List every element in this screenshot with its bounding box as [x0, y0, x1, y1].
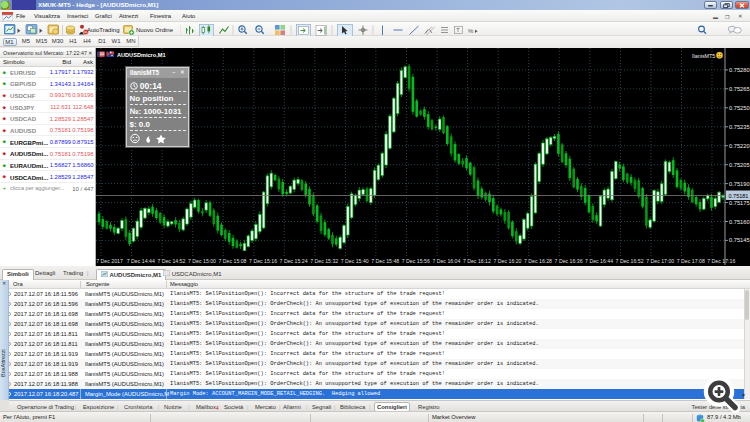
svg-text:7 Dec 15:32: 7 Dec 15:32	[310, 258, 338, 264]
svg-text:7 Dec 15:56: 7 Dec 15:56	[402, 258, 430, 264]
svg-text:0.75160: 0.75160	[729, 219, 750, 225]
svg-text:7 Dec 17:00: 7 Dec 17:00	[646, 258, 674, 264]
svg-text:7 Dec 2017: 7 Dec 2017	[96, 258, 123, 264]
svg-text:IlanisMT5: IlanisMT5	[692, 53, 715, 59]
svg-text:0.75265: 0.75265	[729, 86, 750, 92]
svg-text:AUDUSDmicro,M1: AUDUSDmicro,M1	[117, 52, 166, 58]
svg-text:0.75190: 0.75190	[729, 181, 750, 187]
svg-text:0.75175: 0.75175	[729, 200, 750, 206]
svg-text:7 Dec 15:24: 7 Dec 15:24	[280, 258, 308, 264]
svg-text:0.75181: 0.75181	[729, 193, 749, 199]
svg-text:7 Dec 16:28: 7 Dec 16:28	[524, 258, 552, 264]
svg-text:7 Dec 16:12: 7 Dec 16:12	[463, 258, 491, 264]
svg-text:7 Dec 15:08: 7 Dec 15:08	[219, 258, 247, 264]
svg-text:T: T	[456, 27, 460, 33]
svg-text:7 Dec 15:00: 7 Dec 15:00	[188, 258, 216, 264]
svg-text:7 Dec 15:48: 7 Dec 15:48	[371, 258, 399, 264]
svg-text:0.75250: 0.75250	[729, 105, 750, 111]
svg-text:7 Dec 15:40: 7 Dec 15:40	[341, 258, 369, 264]
svg-text:7 Dec 14:52: 7 Dec 14:52	[157, 258, 185, 264]
svg-text:7 Dec 16:52: 7 Dec 16:52	[616, 258, 644, 264]
svg-text:7 Dec 16:36: 7 Dec 16:36	[555, 258, 583, 264]
svg-text:7 Dec 16:44: 7 Dec 16:44	[585, 258, 613, 264]
svg-text:7 Dec 15:16: 7 Dec 15:16	[249, 258, 277, 264]
svg-text:0.75235: 0.75235	[729, 124, 750, 130]
svg-text:0.75220: 0.75220	[729, 143, 750, 149]
svg-text:7 Dec 17:08: 7 Dec 17:08	[677, 258, 705, 264]
svg-text:0.75145: 0.75145	[729, 237, 750, 243]
svg-text:7 Dec 17:16: 7 Dec 17:16	[707, 258, 735, 264]
svg-text:0.75205: 0.75205	[729, 162, 750, 168]
svg-text:%: %	[468, 27, 474, 33]
svg-text:7 Dec 16:04: 7 Dec 16:04	[432, 258, 460, 264]
svg-text:7 Dec 16:20: 7 Dec 16:20	[494, 258, 522, 264]
svg-text:0.75280: 0.75280	[729, 67, 750, 73]
svg-text:7 Dec 14:44: 7 Dec 14:44	[127, 258, 155, 264]
